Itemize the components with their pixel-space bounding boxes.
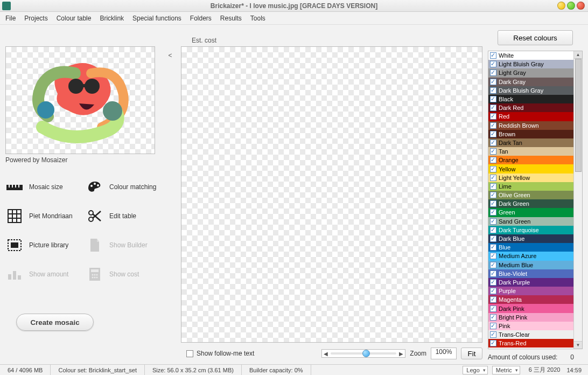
colour-checkbox[interactable] — [490, 175, 496, 181]
menu-special-functions[interactable]: Special functions — [129, 13, 185, 24]
colour-row[interactable]: Dark Turquoise — [488, 226, 573, 234]
colour-row[interactable]: Light Bluish Gray — [488, 60, 573, 68]
colour-row[interactable]: Pink — [488, 322, 573, 330]
tool-picture-library[interactable]: Picture library — [5, 236, 81, 254]
colour-row[interactable]: Dark Pink — [488, 304, 573, 313]
brand-select[interactable]: Lego — [463, 366, 487, 374]
colour-checkbox[interactable] — [490, 244, 496, 251]
colour-row[interactable]: Dark Bluish Gray — [488, 86, 573, 95]
colour-checkbox[interactable] — [490, 148, 496, 155]
colour-checkbox[interactable] — [490, 131, 496, 137]
minimize-button[interactable] — [557, 2, 565, 10]
colour-row[interactable]: Dark Blue — [488, 234, 573, 243]
colour-checkbox[interactable] — [490, 113, 496, 120]
colour-checkbox[interactable] — [490, 235, 496, 242]
colour-checkbox[interactable] — [490, 183, 496, 190]
colour-row[interactable]: Yellow — [488, 164, 573, 173]
colour-checkbox[interactable] — [490, 70, 496, 76]
colour-checkbox[interactable] — [490, 227, 496, 233]
scroll-up-icon[interactable]: ▲ — [574, 51, 582, 59]
source-image-thumbnail[interactable] — [5, 46, 155, 154]
colour-checkbox[interactable] — [490, 52, 496, 59]
tool-colour-matching[interactable]: Colour matching — [86, 178, 162, 196]
units-select[interactable]: Metric — [492, 366, 520, 374]
colour-row[interactable]: Bright Pink — [488, 313, 573, 322]
colour-row[interactable]: Dark Red — [488, 103, 573, 112]
colour-row[interactable]: Olive Green — [488, 191, 573, 199]
colour-checkbox[interactable] — [490, 340, 496, 346]
colour-checkbox[interactable] — [490, 323, 496, 329]
colour-row[interactable]: Light Yellow — [488, 173, 573, 182]
colour-checkbox[interactable] — [490, 314, 496, 321]
menu-projects[interactable]: Projects — [21, 13, 51, 24]
colour-row[interactable]: Tan — [488, 147, 573, 156]
menu-tools[interactable]: Tools — [247, 13, 269, 24]
colour-row[interactable]: Dark Purple — [488, 278, 573, 287]
colour-checkbox[interactable] — [490, 279, 496, 286]
colour-row[interactable]: Black — [488, 95, 573, 103]
colour-row[interactable]: Magenta — [488, 295, 573, 304]
zoom-slider[interactable]: ◀ ▶ — [321, 349, 405, 358]
slider-thumb[interactable] — [362, 350, 370, 357]
colour-checkbox[interactable] — [490, 305, 496, 312]
scroll-down-icon[interactable]: ▼ — [574, 341, 582, 349]
colour-row[interactable]: Dark Tan — [488, 138, 573, 147]
colour-checkbox[interactable] — [490, 200, 496, 207]
colour-row[interactable]: Orange — [488, 156, 573, 164]
colour-checkbox[interactable] — [490, 140, 496, 146]
colour-row[interactable]: Trans-Red — [488, 339, 573, 348]
zoom-input[interactable]: 100% — [431, 348, 457, 359]
collapse-left-panel-arrow[interactable]: < — [167, 52, 173, 59]
colour-checkbox[interactable] — [490, 157, 496, 163]
menu-bricklink[interactable]: Bricklink — [96, 13, 127, 24]
colour-row[interactable]: Trans-Clear — [488, 330, 573, 339]
colour-row[interactable]: Dark Green — [488, 199, 573, 208]
close-button[interactable] — [577, 2, 585, 10]
colour-checkbox[interactable] — [490, 262, 496, 268]
colour-row[interactable]: Green — [488, 208, 573, 217]
colour-checkbox[interactable] — [490, 87, 496, 94]
colour-checkbox[interactable] — [490, 105, 496, 111]
menu-results[interactable]: Results — [217, 13, 245, 24]
menu-folders[interactable]: Folders — [187, 13, 215, 24]
menu-file[interactable]: File — [2, 13, 19, 24]
colour-checkbox[interactable] — [490, 331, 496, 338]
slider-left-arrow-icon[interactable]: ◀ — [322, 351, 330, 357]
colour-row[interactable]: Reddish Brown — [488, 121, 573, 130]
create-mosaic-button[interactable]: Create mosaic — [16, 314, 94, 331]
colour-row[interactable]: White — [488, 51, 573, 60]
colour-row[interactable]: Red — [488, 112, 573, 121]
colour-checkbox[interactable] — [490, 166, 496, 172]
colour-checkbox[interactable] — [490, 122, 496, 129]
colour-list-scrollbar[interactable]: ▲ ▼ — [573, 51, 582, 349]
scrollbar-thumb[interactable] — [575, 59, 582, 172]
colour-checkbox[interactable] — [490, 192, 496, 198]
colour-checkbox[interactable] — [490, 96, 496, 102]
tool-edit-table[interactable]: Edit table — [86, 207, 162, 225]
colour-row[interactable]: Light Gray — [488, 68, 573, 77]
follow-me-checkbox[interactable]: Show follow-me text — [186, 350, 254, 357]
tool-piet-mondriaan[interactable]: Piet Mondriaan — [5, 207, 81, 225]
fit-button[interactable]: Fit — [461, 348, 482, 359]
colour-row[interactable]: Medium Azure — [488, 252, 573, 260]
colour-row[interactable]: Blue — [488, 243, 573, 252]
colour-row[interactable]: Purple — [488, 287, 573, 295]
tool-mosaic-size[interactable]: Mosaic size — [5, 178, 81, 196]
mosaic-canvas[interactable] — [181, 46, 482, 343]
colour-checkbox[interactable] — [490, 288, 496, 294]
colour-row[interactable]: Sand Green — [488, 217, 573, 226]
colour-row[interactable]: Brown — [488, 130, 573, 138]
colour-row[interactable]: Medium Blue — [488, 261, 573, 269]
slider-right-arrow-icon[interactable]: ▶ — [397, 351, 405, 357]
maximize-button[interactable] — [567, 2, 575, 10]
colour-row[interactable]: Blue-Violet — [488, 269, 573, 278]
colour-checkbox[interactable] — [490, 61, 496, 67]
colour-checkbox[interactable] — [490, 79, 496, 85]
colour-checkbox[interactable] — [490, 209, 496, 216]
colour-checkbox[interactable] — [490, 270, 496, 277]
colour-row[interactable]: Dark Gray — [488, 78, 573, 86]
colour-checkbox[interactable] — [490, 218, 496, 225]
reset-colours-button[interactable]: Reset colours — [498, 30, 573, 45]
colour-checkbox[interactable] — [490, 296, 496, 303]
menu-colour-table[interactable]: Colour table — [53, 13, 95, 24]
